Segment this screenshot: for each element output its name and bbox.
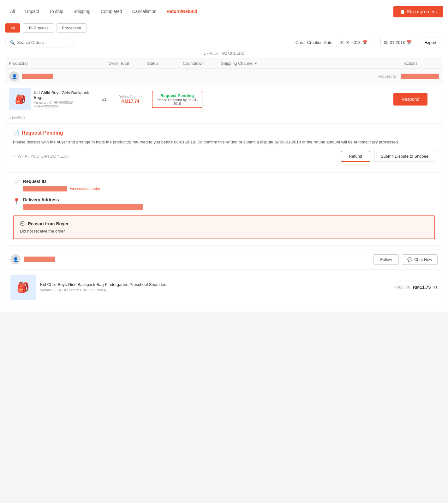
tab-to-ship[interactable]: To ship: [44, 5, 68, 18]
chat-now-button[interactable]: 💬 Chat Now: [402, 254, 438, 265]
tab-shipping[interactable]: Shipping: [68, 5, 96, 18]
delivery-row: 📍 Delivery Address: [13, 197, 435, 210]
search-date-row: 🔍 Order Creation Date: 01-01-2018 📅 — 05…: [5, 38, 443, 47]
refund-label: Refund Amount: [111, 95, 149, 99]
chat-icon: 💬: [20, 221, 25, 226]
header-channel: Shipping Channel ▾: [221, 61, 380, 66]
refund-amount: RM17.74: [111, 99, 149, 104]
request-pending-body: Please discuss with the buyer and arrang…: [13, 139, 435, 146]
price-sale: RM11.75: [413, 285, 431, 290]
product-listing-name: Kid Child Boys Girls Backpack Bag Kinder…: [40, 282, 389, 287]
doc-icon: 📄: [13, 130, 19, 136]
tab-return-refund[interactable]: Return/Refund: [162, 5, 202, 18]
tab-all[interactable]: All: [5, 5, 20, 18]
date-separator: —: [373, 40, 378, 45]
delivery-title: Delivery Address: [23, 197, 435, 202]
date-to-input[interactable]: 05-01-2018 📅: [380, 38, 415, 47]
header-total: Order Total: [100, 61, 138, 66]
follow-button[interactable]: Follow: [373, 254, 399, 265]
request-id-row: 📄 Request ID View related order: [13, 179, 435, 191]
buyer-header: 👤 Follow 💬 Chat Now: [5, 250, 443, 270]
status-title: Request Pending: [156, 93, 199, 98]
header-countdown: Countdown: [168, 61, 218, 66]
ship-icon: 📋: [400, 9, 405, 14]
product-listing-info: Kid Child Boys Girls Backpack Bag Kinder…: [40, 282, 389, 292]
search-icon: 🔍: [10, 40, 15, 45]
product-image: 🎒: [9, 88, 31, 110]
doc-icon-2: 📄: [13, 179, 20, 186]
info-box-actions: » WHAT YOU CAN DO NEXT Refund Submit Dis…: [13, 151, 435, 162]
product-listing-qty: x1: [433, 285, 438, 289]
product-name: Kid Child Boys Girls Backpack Bag...: [34, 90, 97, 100]
product-qty: x1: [99, 97, 109, 102]
product-listing-variation: Variation: C [HHH008929 HHH008929003]: [40, 288, 389, 292]
reason-box: 💬 Reason from Buyer Did not receive the …: [13, 215, 435, 239]
date-from-input[interactable]: 01-01-2018 📅: [336, 38, 371, 47]
dispute-button[interactable]: Submit Dispute to Shopee: [374, 151, 435, 161]
request-pending-title: 📄 Request Pending: [13, 130, 435, 136]
request-pending-box: 📄 Request Pending Please discuss with th…: [5, 123, 443, 168]
buyer-section: 👤 Follow 💬 Chat Now 🎒 Kid Child Boys Gir…: [5, 250, 443, 305]
header-product: Product(s): [9, 61, 97, 66]
nav-tabs: All Unpaid To ship Shipping Completed Ca…: [5, 5, 443, 18]
table-header: Product(s) Order Total Status Countdown …: [5, 58, 443, 69]
reason-text: Did not receive the order: [20, 229, 428, 233]
order-row-header: 👤 Request ID: [5, 69, 443, 84]
seller-name-bar: [22, 74, 53, 79]
product-info: Kid Child Boys Girls Backpack Bag... Var…: [34, 90, 97, 108]
pin-icon: 📍: [13, 198, 20, 205]
status-col: Request Pending Please Respond by 08-01-…: [152, 91, 202, 108]
date-section: Order Creation Date: 01-01-2018 📅 — 05-0…: [296, 38, 443, 47]
chat-bubble-icon: 💬: [407, 257, 412, 262]
filter-all-button[interactable]: All: [5, 23, 20, 33]
seller-avatar: 👤: [9, 71, 19, 82]
product-listing-image: 🎒: [10, 275, 36, 300]
search-input[interactable]: [17, 40, 70, 45]
products-count: 1 products: [5, 114, 443, 122]
tab-completed[interactable]: Completed: [96, 5, 127, 18]
order-total: Refund Amount RM17.74: [111, 95, 149, 104]
buyer-name-bar: [24, 257, 55, 262]
header-actions: Actions: [382, 61, 439, 66]
order-count: 1 - 40 OF 492 ORDERS: [5, 51, 443, 56]
status-box: Request Pending Please Respond by 08-01-…: [152, 91, 202, 108]
tab-cancellation[interactable]: Cancellation: [127, 5, 162, 18]
reason-title: 💬 Reason from Buyer: [20, 221, 428, 226]
detail-section: 📄 Request ID View related order 📍 Delive…: [5, 172, 443, 246]
header-status: Status: [140, 61, 165, 66]
status-sub: Please Respond by 08-01-2018: [156, 98, 199, 106]
calendar-icon: 📅: [362, 40, 367, 45]
actions-col: Respond: [382, 93, 439, 106]
buyer-avatar: 👤: [10, 254, 21, 264]
address-value: [23, 204, 143, 210]
filter-processed-button[interactable]: Processed: [57, 23, 87, 33]
product-listing: 🎒 Kid Child Boys Girls Backpack Bag Kind…: [5, 270, 443, 305]
search-box[interactable]: 🔍: [5, 38, 75, 47]
id-row: View related order: [23, 186, 435, 191]
request-id-content: Request ID View related order: [23, 179, 435, 191]
delivery-content: Delivery Address: [23, 197, 435, 210]
tab-unpaid[interactable]: Unpaid: [20, 5, 44, 18]
export-button[interactable]: Export: [418, 38, 443, 47]
product-variation: Variation: C [HHH008929 HHH008929000...: [34, 100, 97, 108]
refund-button[interactable]: Refund: [341, 151, 370, 162]
order-row-body: 🎒 Kid Child Boys Girls Backpack Bag... V…: [5, 84, 443, 114]
chevron-double-icon: »: [13, 153, 16, 159]
calendar-icon-2: 📅: [407, 40, 412, 45]
order-section: 👤 Request ID 🎒 Kid Child Boys Girls Back…: [5, 69, 443, 122]
filter-to-process-button[interactable]: To Process: [23, 23, 54, 33]
filter-bar: All To Process Processed: [5, 23, 443, 33]
user-icon: 👤: [12, 74, 17, 79]
what-next: » WHAT YOU CAN DO NEXT: [13, 153, 337, 159]
buyer-user-icon: 👤: [13, 257, 18, 262]
request-id-bar: [401, 74, 439, 79]
view-related-order-link[interactable]: View related order: [70, 186, 100, 191]
product-listing-price: RM23.50 RM11.75 x1: [394, 285, 438, 290]
request-id-title: Request ID: [23, 179, 435, 184]
request-id-value: [23, 186, 67, 191]
respond-button[interactable]: Respond: [393, 93, 427, 106]
chevron-down-icon: ▾: [255, 61, 257, 66]
ship-my-orders-button[interactable]: 📋 Ship my orders: [393, 6, 443, 17]
buyer-actions: Follow 💬 Chat Now: [373, 254, 438, 265]
price-original: RM23.50: [394, 285, 410, 289]
